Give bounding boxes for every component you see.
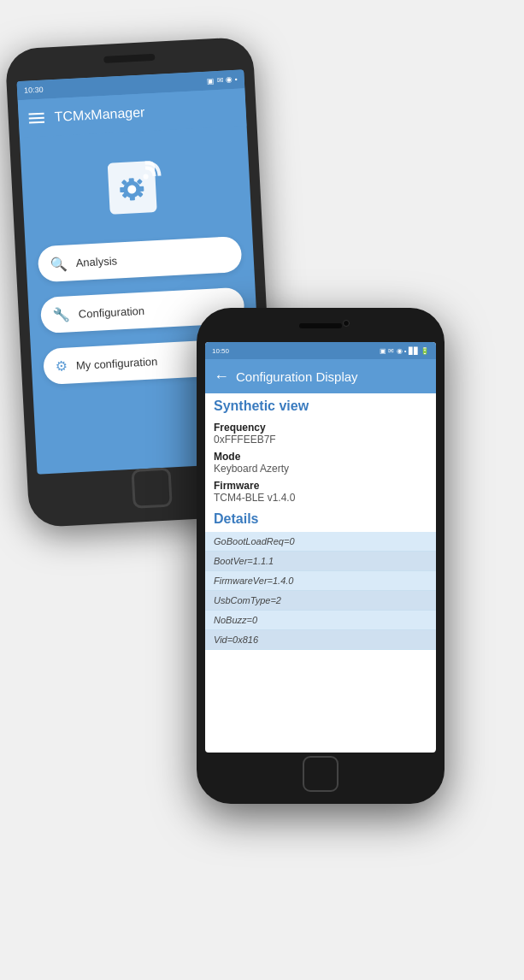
details-header: Details — [205, 506, 436, 532]
menu-item-config-label: Configuration — [78, 304, 144, 320]
detail-row-2: FirmwareVer=1.4.0 — [205, 571, 436, 591]
firmware-value: TCM4-BLE v1.4.0 — [214, 492, 427, 504]
svg-rect-4 — [129, 178, 134, 183]
screen-content: Synthetic view Frequency 0xFFFEEB7F Mode… — [205, 393, 436, 650]
app-icon — [100, 151, 172, 223]
hamburger-icon[interactable] — [28, 113, 44, 124]
back-status-icons: ▣ ✉ ◉ • — [207, 75, 238, 86]
detail-row-5: Vid=0x816 — [205, 630, 436, 650]
mode-value: Keyboard Azerty — [214, 463, 427, 475]
detail-row-4: NoBuzz=0 — [205, 611, 436, 630]
back-button[interactable]: ← — [214, 368, 229, 386]
front-camera — [343, 320, 350, 327]
front-statusbar: 10:50 ▣ ✉ ◉ • ▊▊ 🔋 — [205, 342, 436, 359]
svg-rect-5 — [130, 195, 135, 200]
frequency-row: Frequency 0xFFFEEB7F — [205, 419, 436, 448]
gear-icon: ⚙ — [56, 357, 68, 375]
menu-item-analysis-label: Analysis — [75, 254, 117, 269]
toolbar-title: Configuration Display — [236, 369, 358, 384]
detail-row-1: BootVer=1.1.1 — [205, 552, 436, 571]
mode-label: Mode — [214, 451, 427, 463]
menu-item-analysis[interactable]: 🔍 Analysis — [38, 236, 243, 282]
front-status-time: 10:50 — [212, 347, 229, 355]
frequency-label: Frequency — [214, 422, 427, 434]
firmware-row: Firmware TCM4-BLE v1.4.0 — [205, 477, 436, 506]
detail-row-3: UsbComType=2 — [205, 591, 436, 611]
wrench-icon: 🔧 — [52, 306, 70, 323]
frequency-value: 0xFFFEEB7F — [214, 434, 427, 446]
details-section: GoBootLoadReq=0 BootVer=1.1.1 FirmwareVe… — [205, 532, 436, 650]
app-title: TCMxManager — [54, 105, 145, 126]
back-status-time: 10:30 — [24, 86, 44, 95]
front-status-icons: ▣ ✉ ◉ • ▊▊ 🔋 — [380, 347, 429, 355]
search-icon: 🔍 — [50, 255, 68, 272]
front-toolbar: ← Configuration Display — [205, 359, 436, 393]
firmware-label: Firmware — [214, 480, 427, 492]
svg-rect-7 — [138, 186, 144, 192]
phone-front: 10:50 ▣ ✉ ◉ • ▊▊ 🔋 ← Configuration Displ… — [197, 308, 445, 804]
phone-front-screen: 10:50 ▣ ✉ ◉ • ▊▊ 🔋 ← Configuration Displ… — [205, 342, 436, 753]
synthetic-view-header: Synthetic view — [205, 393, 436, 419]
app-icon-container — [96, 147, 177, 228]
mode-row: Mode Keyboard Azerty — [205, 448, 436, 477]
menu-item-myconfig-label: My configuration — [76, 355, 158, 372]
detail-row-0: GoBootLoadReq=0 — [205, 532, 436, 552]
svg-rect-6 — [120, 187, 125, 192]
